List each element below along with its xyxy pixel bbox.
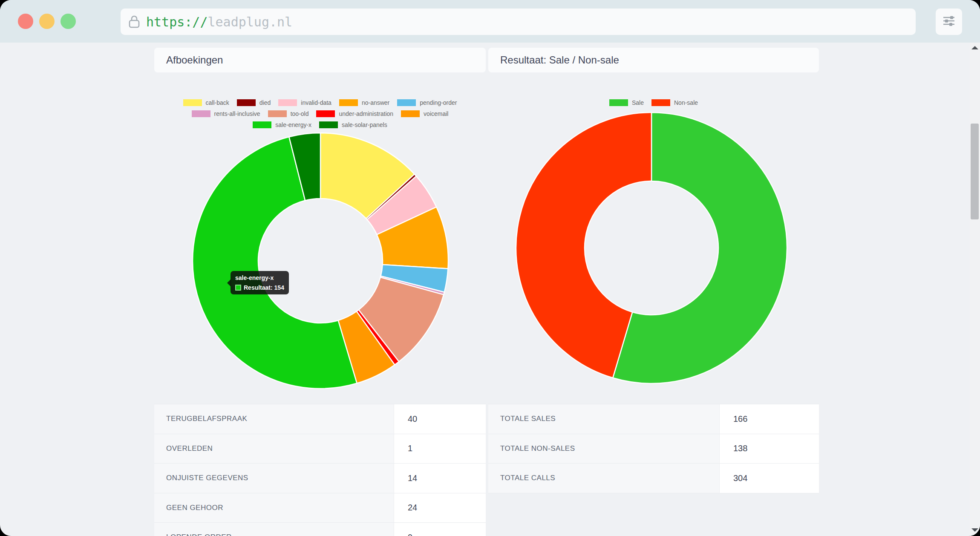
legend-swatch — [401, 110, 420, 117]
table-row-value: 14 — [394, 464, 486, 493]
lock-icon — [128, 15, 140, 29]
traffic-light-minimize[interactable] — [39, 14, 55, 29]
table-row-value: 166 — [719, 404, 819, 434]
table-row-label: TERUGBELAFSPRAAK — [154, 404, 394, 434]
tooltip-title: sale-energy-x — [235, 274, 284, 281]
table-row: TOTALE NON-SALES138 — [488, 434, 819, 464]
table-row-value: 1 — [394, 434, 486, 464]
legend-label: sale-solar-panels — [342, 121, 387, 128]
legend-item-voicemail[interactable]: voicemail — [401, 110, 448, 117]
url-scheme: https:// — [146, 14, 208, 29]
legend-swatch — [651, 99, 670, 106]
legend-swatch — [319, 121, 338, 128]
legend-label: Sale — [632, 99, 644, 106]
traffic-light-maximize[interactable] — [61, 14, 76, 29]
afboekingen-donut-chart — [191, 132, 450, 390]
right-panel-header: Resultaat: Sale / Non-sale — [488, 48, 819, 72]
sliders-icon — [942, 14, 956, 29]
legend-label: pending-order — [420, 99, 457, 106]
legend-swatch — [316, 110, 335, 117]
legend-label: too-old — [291, 110, 309, 117]
left-chart-legend: call-backdiedinvalid-datano-answerpendin… — [154, 97, 486, 130]
legend-label: Non-sale — [674, 99, 698, 106]
table-row-value: 9 — [394, 523, 486, 536]
browser-window: https://leadplug.nl — [0, 0, 980, 536]
legend-swatch — [278, 99, 297, 106]
table-row: TERUGBELAFSPRAAK40 — [154, 404, 486, 434]
table-row: TOTALE CALLS304 — [488, 464, 819, 493]
table-row: ONJUISTE GEGEVENS14 — [154, 464, 486, 493]
table-row: OVERLEDEN1 — [154, 434, 486, 464]
browser-chrome: https://leadplug.nl — [0, 0, 980, 43]
tooltip-value: Resultaat: 154 — [244, 284, 284, 291]
right-panel-title: Resultaat: Sale / Non-sale — [500, 54, 619, 66]
sale-nonsale-donut-chart — [515, 111, 788, 385]
table-row-label: ONJUISTE GEGEVENS — [154, 464, 394, 493]
table-row-value: 304 — [719, 464, 819, 493]
scroll-down-icon[interactable] — [971, 528, 978, 532]
table-row-label: GEEN GEHOOR — [154, 493, 394, 523]
legend-swatch — [339, 99, 358, 106]
url-host: leadplug.nl — [208, 14, 293, 29]
legend-item-rents-all-inclusive[interactable]: rents-all-inclusive — [192, 110, 260, 117]
traffic-light-close[interactable] — [18, 14, 33, 29]
legend-label: call-back — [206, 99, 229, 106]
legend-item-too-old[interactable]: too-old — [268, 110, 309, 117]
legend-label: invalid-data — [301, 99, 331, 106]
table-row: GEEN GEHOOR24 — [154, 493, 486, 523]
afboekingen-table: TERUGBELAFSPRAAK40OVERLEDEN1ONJUISTE GEG… — [154, 404, 486, 536]
table-row-value: 138 — [719, 434, 819, 464]
legend-item-sale-solar-panels[interactable]: sale-solar-panels — [319, 121, 387, 128]
legend-item-died[interactable]: died — [237, 99, 271, 106]
right-chart-legend: SaleNon-sale — [488, 97, 819, 108]
table-row-label: OVERLEDEN — [154, 434, 394, 464]
legend-swatch — [397, 99, 416, 106]
table-row-label: TOTALE CALLS — [488, 464, 719, 493]
left-panel-title: Afboekingen — [166, 54, 223, 66]
chart-tooltip: sale-energy-x Resultaat: 154 — [231, 271, 289, 294]
totals-table: TOTALE SALES166TOTALE NON-SALES138TOTALE… — [488, 404, 819, 493]
legend-item-call-back[interactable]: call-back — [183, 99, 229, 106]
legend-swatch — [609, 99, 628, 106]
table-row-label: TOTALE NON-SALES — [488, 434, 719, 464]
legend-label: no-answer — [362, 99, 389, 106]
legend-label: died — [259, 99, 271, 106]
table-row-label: LOPENDE ORDER — [154, 523, 394, 536]
table-row-value: 24 — [394, 493, 486, 523]
table-row: LOPENDE ORDER9 — [154, 523, 486, 536]
address-bar[interactable]: https://leadplug.nl — [121, 9, 916, 35]
settings-button[interactable] — [936, 9, 962, 35]
tooltip-caret — [227, 279, 231, 287]
legend-item-sale-energy-x[interactable]: sale-energy-x — [253, 121, 311, 128]
legend-swatch — [253, 121, 271, 128]
table-row: TOTALE SALES166 — [488, 404, 819, 434]
legend-swatch — [183, 99, 202, 106]
legend-swatch — [192, 110, 210, 117]
legend-item-Sale[interactable]: Sale — [609, 99, 644, 106]
legend-item-Non-sale[interactable]: Non-sale — [651, 99, 698, 106]
legend-swatch — [237, 99, 256, 106]
legend-item-no-answer[interactable]: no-answer — [339, 99, 389, 106]
legend-label: voicemail — [424, 110, 448, 117]
legend-label: under-administration — [339, 110, 393, 117]
legend-label: sale-energy-x — [275, 121, 311, 128]
table-row-value: 40 — [394, 404, 486, 434]
legend-item-invalid-data[interactable]: invalid-data — [278, 99, 331, 106]
legend-label: rents-all-inclusive — [214, 110, 260, 117]
table-row-label: TOTALE SALES — [488, 404, 719, 434]
left-panel-header: Afboekingen — [154, 48, 486, 72]
page-scrollbar[interactable] — [970, 43, 980, 536]
scrollbar-thumb[interactable] — [971, 124, 979, 219]
legend-item-pending-order[interactable]: pending-order — [397, 99, 457, 106]
legend-swatch — [268, 110, 287, 117]
scroll-up-icon[interactable] — [971, 46, 978, 49]
tooltip-swatch — [235, 285, 241, 291]
legend-item-under-administration[interactable]: under-administration — [316, 110, 393, 117]
